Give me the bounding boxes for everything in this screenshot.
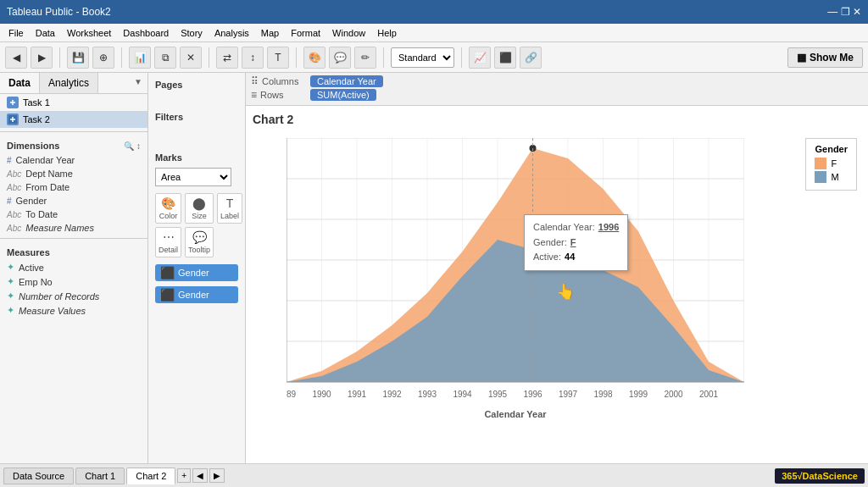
- label-marks-btn[interactable]: T Label: [217, 193, 242, 224]
- chart-svg: 0 20 40 60 80 100 1989 1990 1991 1992 19…: [287, 138, 770, 443]
- app-title: Tableau Public - Book2: [7, 6, 111, 18]
- fix-axes-btn[interactable]: ⬛: [494, 47, 516, 69]
- show-me-icon: ▦: [797, 52, 806, 64]
- tooltip-active-label: Active:: [533, 250, 561, 265]
- show-me-label: Show Me: [810, 52, 854, 64]
- measure-active-label: Active: [19, 263, 44, 273]
- dim-to-date[interactable]: Abc To Date: [0, 208, 147, 221]
- legend-label-m: M: [831, 172, 838, 182]
- prev-sheet-btn[interactable]: ◀: [192, 468, 208, 483]
- menu-dashboard[interactable]: Dashboard: [118, 26, 174, 40]
- tooltip-gender-row: Gender: F: [533, 235, 619, 251]
- swap-btn[interactable]: ⇄: [216, 47, 238, 69]
- menu-story[interactable]: Story: [175, 26, 208, 40]
- share-btn[interactable]: 🔗: [520, 47, 542, 69]
- task-item-2[interactable]: Task 2: [0, 111, 147, 128]
- dim-from-date[interactable]: Abc From Date: [0, 180, 147, 194]
- minimize-btn[interactable]: —: [827, 6, 837, 18]
- next-sheet-btn[interactable]: ▶: [209, 468, 225, 483]
- color-btn[interactable]: 🎨: [303, 47, 326, 69]
- gender-detail-pill[interactable]: ⬛ Gender: [155, 286, 238, 303]
- tab-chart-1[interactable]: Chart 1: [75, 468, 125, 484]
- dim-calendar-year[interactable]: # Calendar Year: [0, 153, 147, 167]
- toolbar-sep-1: [59, 47, 60, 68]
- tooltip-btn[interactable]: 💬: [329, 47, 351, 69]
- task-item-1[interactable]: Task 1: [0, 94, 147, 111]
- menu-window[interactable]: Window: [327, 26, 370, 40]
- chart-body: Chart 2: [246, 106, 868, 463]
- measure-emp-no[interactable]: ✦ Emp No: [0, 274, 147, 289]
- size-marks-label: Size: [192, 212, 207, 220]
- svg-text:1996: 1996: [523, 390, 542, 399]
- tab-data[interactable]: Data: [0, 73, 40, 93]
- legend-label-f: F: [831, 158, 837, 169]
- toolbar-sep-3: [209, 47, 209, 68]
- color-marks-btn[interactable]: 🎨 Color: [155, 193, 181, 224]
- task-icon-1: [7, 97, 19, 108]
- middle-panel: Pages Filters Marks Area 🎨 Color ⬤ Size …: [148, 73, 246, 463]
- number-records-icon: ✦: [7, 291, 14, 302]
- dim-gender[interactable]: # Gender: [0, 194, 147, 208]
- fit-select[interactable]: Standard: [391, 47, 454, 68]
- window-controls: — ❐ ✕: [827, 6, 861, 18]
- sort-btn[interactable]: ↕: [242, 47, 264, 69]
- chart-container: 0 20 40 60 80 100 1989 1990 1991 1992 19…: [253, 130, 861, 448]
- measure-number-records[interactable]: ✦ Number of Records: [0, 289, 147, 303]
- measure-number-records-label: Number of Records: [19, 291, 99, 302]
- save-btn[interactable]: 💾: [67, 47, 89, 69]
- new-worksheet-btn[interactable]: 📊: [129, 47, 151, 69]
- menu-analysis[interactable]: Analysis: [209, 26, 254, 40]
- show-me-button[interactable]: ▦ Show Me: [787, 47, 863, 68]
- tooltip-marks-icon: 💬: [192, 230, 207, 244]
- svg-text:1999: 1999: [629, 390, 648, 399]
- dim-dept-name[interactable]: Abc Dept Name: [0, 167, 147, 180]
- menu-worksheet[interactable]: Worksheet: [62, 26, 116, 40]
- viz-btn[interactable]: 📈: [469, 47, 491, 69]
- calendar-year-icon: #: [7, 156, 12, 165]
- title-bar: Tableau Public - Book2 — ❐ ✕: [0, 0, 868, 24]
- close-btn[interactable]: ✕: [853, 6, 861, 18]
- forward-btn[interactable]: ▶: [31, 47, 53, 69]
- from-date-icon: Abc: [7, 183, 21, 192]
- menu-format[interactable]: Format: [286, 26, 326, 40]
- tooltip-marks-btn[interactable]: 💬 Tooltip: [185, 227, 214, 257]
- bottom-bar: Data Source Chart 1 Chart 2 + ◀ ▶ 365√Da…: [0, 463, 868, 487]
- gender-color-pill[interactable]: ⬛ Gender: [155, 264, 238, 281]
- gender-detail-label: Gender: [178, 290, 209, 300]
- tab-arrow[interactable]: ▼: [129, 73, 147, 93]
- tab-chart-2[interactable]: Chart 2: [126, 468, 175, 484]
- measure-values[interactable]: ✦ Measure Values: [0, 303, 147, 318]
- active-icon: ✦: [7, 262, 14, 273]
- columns-pill[interactable]: Calendar Year: [310, 75, 383, 87]
- tab-analytics[interactable]: Analytics: [40, 73, 98, 93]
- menu-data[interactable]: Data: [31, 26, 60, 40]
- add-sheet-btn[interactable]: +: [177, 468, 191, 483]
- menu-help[interactable]: Help: [372, 26, 402, 40]
- add-datasource-btn[interactable]: ⊕: [92, 47, 114, 69]
- tab-data-source[interactable]: Data Source: [3, 468, 74, 484]
- label-btn[interactable]: T: [267, 47, 289, 69]
- search-dimensions-icon[interactable]: 🔍: [124, 141, 134, 151]
- maximize-btn[interactable]: ❐: [841, 6, 850, 18]
- marks-type-select[interactable]: Area: [155, 168, 231, 186]
- menu-file[interactable]: File: [3, 26, 29, 40]
- svg-text:1989: 1989: [287, 390, 297, 399]
- annotate-btn[interactable]: ✏: [354, 47, 376, 69]
- size-marks-btn[interactable]: ⬤ Size: [185, 193, 214, 224]
- dim-dept-name-label: Dept Name: [25, 169, 73, 179]
- label-marks-icon: T: [226, 196, 234, 210]
- gender-detail-row: ⬛ Gender: [155, 286, 238, 306]
- divider-2: [0, 238, 147, 239]
- toolbar-sep-4: [296, 47, 297, 68]
- measure-active[interactable]: ✦ Active: [0, 260, 147, 274]
- duplicate-btn[interactable]: ⧉: [154, 47, 176, 69]
- menu-map[interactable]: Map: [256, 26, 284, 40]
- dim-measure-names[interactable]: Abc Measure Names: [0, 221, 147, 235]
- detail-marks-btn[interactable]: ⋯ Detail: [155, 227, 181, 257]
- sort-dimensions-icon[interactable]: ↕: [136, 141, 141, 151]
- svg-text:1992: 1992: [382, 390, 402, 399]
- clear-btn[interactable]: ✕: [180, 47, 202, 69]
- rows-icon: ≡: [251, 89, 257, 101]
- rows-pill[interactable]: SUM(Active): [310, 89, 376, 101]
- back-btn[interactable]: ◀: [5, 47, 27, 69]
